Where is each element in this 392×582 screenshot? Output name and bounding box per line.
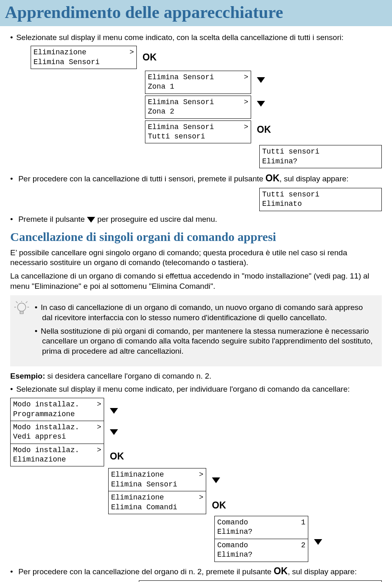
lcd-eliminazione: Eliminazione> Elimina Sensori [31, 46, 137, 69]
paragraph-1: E’ possibile cancellare ogni singolo org… [10, 248, 382, 268]
down-arrow-icon [110, 408, 118, 414]
ok-label: OK [257, 124, 271, 136]
lcd-comando-2: Comando2 Elimina? [214, 539, 308, 562]
lcd-modo-vedi: Modo installaz.> Vedi appresi [10, 421, 104, 444]
paragraph-2: La cancellazione di un organo di comando… [10, 271, 382, 291]
lcd-modo-elim: Modo installaz.> Eliminazione [10, 444, 104, 467]
lcd-confirm-elimina: Tutti sensori Elimina? [259, 145, 382, 168]
lcd-zona1: Elimina Sensori> Zona 1 [145, 71, 251, 94]
section-subheading: Cancellazione di singoli organi di coman… [10, 229, 382, 245]
lcd-elim-sensori: Eliminazione> Elimina Sensori [108, 468, 206, 491]
lcd-result-eliminato: Tutti sensori Eliminato [259, 188, 382, 211]
tip-bullet-1: In caso di cancellazione di un organo di… [35, 303, 374, 323]
lcd-elim-comandi: Eliminazione> Elimina Comandi [108, 491, 206, 514]
example-line: Esempio: si desidera cancellare l'organo… [10, 371, 382, 381]
lcd-line1: Eliminazione [33, 48, 87, 57]
lcd-line2: Elimina Sensori [33, 58, 134, 67]
down-arrow-icon [314, 539, 322, 545]
intro-bullet: Selezionate sul display il menu come ind… [10, 33, 382, 43]
tip-bullet-2: Nella sostituzione di più organi di coma… [35, 326, 374, 357]
lcd-zona2: Elimina Sensori> Zona 2 [145, 96, 251, 119]
exit-bullet: Premete il pulsante per proseguire ed us… [10, 214, 382, 225]
lightbulb-icon [14, 301, 29, 317]
lcd-result-comando: Comando2 Eliminato [139, 580, 382, 582]
ok-label: OK [110, 450, 124, 463]
tip-box: In caso di cancellazione di un organo di… [10, 295, 382, 366]
down-arrow-icon [257, 77, 265, 83]
lcd-tutti: Elimina Sensori> Tutti sensori [145, 120, 251, 144]
svg-line-4 [16, 301, 18, 303]
ok-label: OK [143, 51, 157, 64]
lcd-modo-prog: Modo installaz.> Programmazione [10, 398, 104, 421]
down-arrow-icon [257, 101, 265, 107]
lcd-comando-1: Comando1 Elimina? [214, 516, 308, 539]
svg-point-0 [18, 303, 26, 311]
down-arrow-icon [110, 429, 118, 435]
proc1-bullet: Per procedere con la cancellazione di tu… [10, 172, 382, 185]
down-arrow-icon [212, 477, 220, 483]
ok-label: OK [212, 499, 226, 512]
proc2-bullet: Per procedere con la cancellazione del o… [10, 565, 382, 578]
sel2-bullet: Selezionate sul display il menu come ind… [10, 384, 382, 395]
svg-line-5 [26, 301, 27, 303]
page-title: Apprendimento delle apparecchiature [0, 0, 392, 26]
down-arrow-icon [87, 217, 95, 223]
